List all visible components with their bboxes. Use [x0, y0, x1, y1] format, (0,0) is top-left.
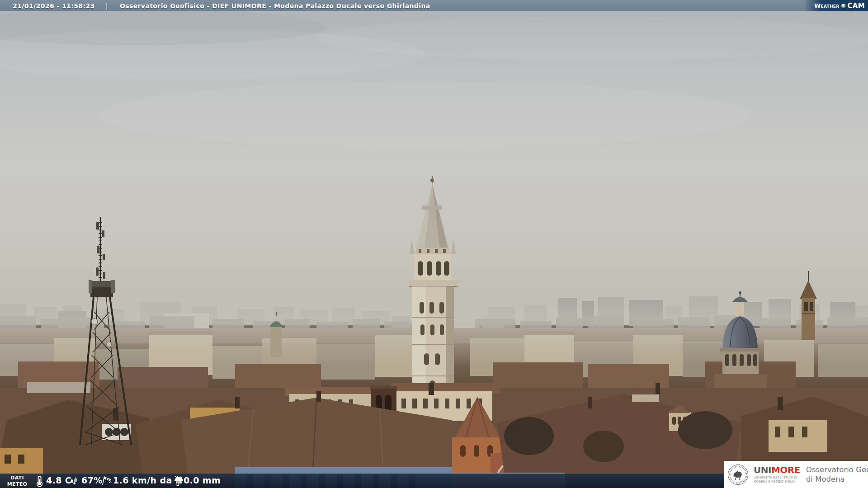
- unimore-wordmark: UNIMORE UNIVERSITÀ DEGLI STUDI DI MODENA…: [754, 465, 800, 483]
- wind-value: 1.6 km/h da N: [113, 475, 183, 485]
- weathercam-watermark: Weather CAM: [805, 0, 868, 11]
- separator: |: [106, 2, 108, 9]
- unimore-seal-icon: [727, 464, 749, 485]
- humidity-value: 67%: [81, 475, 103, 485]
- meteo-label-line1: DATI: [6, 475, 28, 481]
- weathercam-brand-right: CAM: [848, 2, 865, 10]
- windsock-icon: [100, 475, 113, 487]
- unimore-subtitle: UNIVERSITÀ DEGLI STUDI DI MODENA E REGGI…: [754, 476, 800, 483]
- observatory-name-line1: Osservatorio Geofisico: [806, 465, 868, 474]
- observatory-name: Osservatorio Geofisico di Modena: [806, 465, 868, 484]
- webcam-frame: 21/01/2026 - 11:58:23 | Osservatorio Geo…: [0, 0, 868, 488]
- umbrella-icon: [173, 475, 185, 487]
- observatory-name-line2: di Modena: [806, 474, 868, 484]
- water-drops-icon: [68, 475, 80, 487]
- unimore-subtitle-line2: MODENA E REGGIO EMILIA: [754, 480, 800, 484]
- unimore-acronym-more: MORE: [771, 465, 800, 475]
- unimore-acronym-uni: UNI: [754, 465, 771, 475]
- rain-value: 0.0 mm: [184, 475, 221, 485]
- info-bar: 21/01/2026 - 11:58:23 | Osservatorio Geo…: [0, 0, 868, 11]
- unimore-subtitle-line1: UNIVERSITÀ DEGLI STUDI DI: [754, 476, 800, 480]
- cityscape-photo: [0, 0, 868, 488]
- meteo-data-label: DATI METEO: [6, 475, 28, 488]
- thermometer-icon: [33, 475, 46, 487]
- unimore-logo-plate: UNIMORE UNIVERSITÀ DEGLI STUDI DI MODENA…: [724, 461, 868, 488]
- weathercam-brand-left: Weather: [814, 2, 840, 9]
- camera-title: Osservatorio Geofisico - DIEF UNIMORE - …: [120, 2, 430, 9]
- camera-lens-icon: [841, 3, 846, 9]
- datetime-text: 21/01/2026 - 11:58:23: [13, 2, 95, 9]
- meteo-label-line2: METEO: [6, 481, 28, 488]
